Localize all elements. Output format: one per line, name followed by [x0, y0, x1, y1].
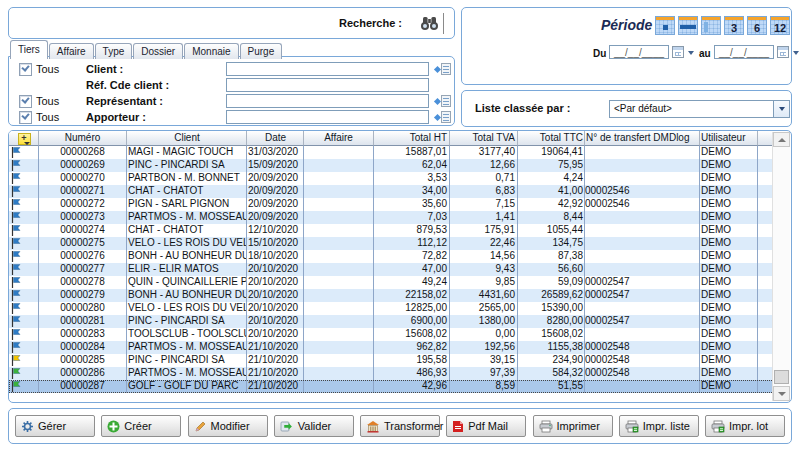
- row-flag-cell: [9, 146, 39, 159]
- ref-cde-client-input[interactable]: [226, 78, 429, 92]
- tous-client-label: Tous: [36, 63, 59, 75]
- building-icon: [366, 420, 380, 433]
- calendar-from-icon[interactable]: [672, 46, 684, 58]
- tab-dossier[interactable]: Dossier: [133, 43, 183, 59]
- date-from-input[interactable]: __/__/____: [609, 45, 669, 59]
- transformer-button[interactable]: Transformer: [360, 415, 440, 437]
- representant-picker-icon[interactable]: [435, 95, 452, 108]
- scroll-down-button[interactable]: [773, 386, 790, 401]
- table-row[interactable]: 00000273PARTMOS - M. MOSSEAU ET20/09/202…: [9, 211, 774, 224]
- sort-select[interactable]: <Par défaut>: [609, 100, 790, 118]
- table-row[interactable]: 00000281PINC - PINCARDI SA20/10/20206900…: [9, 315, 774, 328]
- table-row[interactable]: 00000284PARTMOS - M. MOSSEAU ET21/10/202…: [9, 341, 774, 354]
- col-transfert[interactable]: N° de transfert DMDlog: [585, 131, 700, 146]
- row-flag-cell: [9, 172, 39, 185]
- blue-flag-icon: [11, 342, 21, 353]
- client-input[interactable]: [226, 62, 429, 76]
- tous-client-checkbox[interactable]: [19, 63, 32, 76]
- row-flag-cell: [9, 276, 39, 289]
- col-numero[interactable]: Numéro: [39, 131, 127, 146]
- calendar-from-dropdown-icon[interactable]: [688, 51, 694, 55]
- period-3-months-button[interactable]: 3: [724, 16, 744, 35]
- validate-arrow-icon: [280, 420, 294, 433]
- blue-flag-icon: [11, 303, 21, 314]
- col-date[interactable]: Date: [247, 131, 304, 146]
- tous-representant-checkbox[interactable]: [19, 95, 32, 108]
- calendar-to-icon[interactable]: [777, 46, 789, 58]
- tous-apporteur-checkbox[interactable]: [19, 111, 32, 124]
- table-body: 00000268MAGI - MAGIC TOUCH31/03/20201588…: [9, 146, 774, 393]
- valider-button[interactable]: Valider: [274, 415, 354, 437]
- table-row[interactable]: 00000276BONH - AU BONHEUR DU B18/10/2020…: [9, 250, 774, 263]
- table-row[interactable]: 00000269PINC - PINCARDI SA15/09/202062,0…: [9, 159, 774, 172]
- calendar-to-dropdown-icon[interactable]: [793, 51, 799, 55]
- pdf-mail-button[interactable]: Pdf Mail: [446, 415, 526, 437]
- row-flag-cell: [9, 380, 39, 393]
- col-client[interactable]: Client: [127, 131, 247, 146]
- add-column-icon[interactable]: +: [18, 133, 31, 145]
- binoculars-icon[interactable]: [415, 13, 444, 34]
- documents-table: + Numéro Client Date Affaire Total HT To…: [8, 130, 792, 403]
- gerer-button[interactable]: Gérer: [15, 415, 95, 437]
- period-6-months-button[interactable]: 6: [747, 16, 767, 35]
- date-to-input[interactable]: __/__/____: [714, 45, 774, 59]
- creer-button[interactable]: Créer: [101, 415, 181, 437]
- tab-affaire[interactable]: Affaire: [49, 43, 94, 59]
- row-flag-cell: [9, 211, 39, 224]
- representant-label: Représentant :: [86, 95, 163, 107]
- table-row[interactable]: 00000268MAGI - MAGIC TOUCH31/03/20201588…: [9, 146, 774, 159]
- scrollbar-thumb[interactable]: [774, 370, 789, 384]
- table-row[interactable]: 00000286PARTMOS - M. MOSSEAU ET21/10/202…: [9, 367, 774, 380]
- blue-flag-icon: [11, 264, 21, 275]
- blue-flag-icon: [11, 238, 21, 249]
- table-row[interactable]: 00000283TOOLSCLUB - TOOLSCLUB20/10/20201…: [9, 328, 774, 341]
- period-month-button[interactable]: [701, 16, 721, 35]
- imprimer-button[interactable]: Imprimer: [533, 415, 613, 437]
- table-row[interactable]: 00000272PIGN - SARL PIGNON20/09/202035,6…: [9, 198, 774, 211]
- row-flag-cell: [9, 289, 39, 302]
- client-picker-icon[interactable]: [435, 63, 452, 76]
- scroll-up-button[interactable]: [773, 132, 790, 147]
- table-row[interactable]: 00000271CHAT - CHATOT20/09/202034,006,83…: [9, 185, 774, 198]
- period-12-months-button[interactable]: 12: [770, 16, 790, 35]
- table-row[interactable]: 00000280VELO - LES ROIS DU VELO20/10/202…: [9, 302, 774, 315]
- tab-monnaie[interactable]: Monnaie: [184, 43, 238, 59]
- pencil-icon: [194, 420, 207, 433]
- table-row[interactable]: 00000277ELIR - ELIR MATOS20/10/202047,00…: [9, 263, 774, 276]
- green-flag-icon: [11, 381, 21, 392]
- tab-purge[interactable]: Purge: [240, 43, 283, 59]
- impr-lot-button[interactable]: Impr. lot: [705, 415, 785, 437]
- table-row[interactable]: 00000278QUIN - QUINCAILLERIE PL20/10/202…: [9, 276, 774, 289]
- table-row[interactable]: 00000285PINC - PINCARDI SA21/10/2020195,…: [9, 354, 774, 367]
- col-total-ht[interactable]: Total HT: [374, 131, 450, 146]
- row-flag-cell: [9, 250, 39, 263]
- col-total-ttc[interactable]: Total TTC: [518, 131, 585, 146]
- col-utilisateur[interactable]: Utilisateur: [700, 131, 758, 146]
- col-total-tva[interactable]: Total TVA: [450, 131, 518, 146]
- blue-flag-icon: [11, 173, 21, 184]
- apporteur-picker-icon[interactable]: [435, 111, 452, 124]
- tous-apporteur-label: Tous: [36, 111, 59, 123]
- table-row[interactable]: 00000287GOLF - GOLF DU PARC21/10/202042,…: [9, 380, 774, 393]
- tab-type[interactable]: Type: [95, 43, 133, 59]
- tiers-filter-panel: Tous Client : Réf. Cde client : Tous Rep…: [8, 56, 455, 126]
- vertical-scrollbar[interactable]: [772, 132, 790, 401]
- modifier-button[interactable]: Modifier: [188, 415, 268, 437]
- table-row[interactable]: 00000275VELO - LES ROIS DU VELO15/10/202…: [9, 237, 774, 250]
- col-affaire[interactable]: Affaire: [304, 131, 374, 146]
- impr-liste-button[interactable]: Impr. liste: [619, 415, 699, 437]
- sort-selected-value: <Par défaut>: [610, 101, 789, 117]
- table-row[interactable]: 00000274CHAT - CHATOT12/10/2020879,53175…: [9, 224, 774, 237]
- representant-input[interactable]: [226, 94, 429, 108]
- period-week-button[interactable]: [678, 16, 698, 35]
- row-flag-cell: [9, 354, 39, 367]
- chevron-down-icon[interactable]: [773, 101, 789, 117]
- row-flag-cell: [9, 315, 39, 328]
- table-row[interactable]: 00000279BONH - AU BONHEUR DU B20/10/2020…: [9, 289, 774, 302]
- tab-tiers[interactable]: Tiers: [10, 40, 48, 59]
- apporteur-label: Apporteur :: [86, 111, 146, 123]
- table-row[interactable]: 00000270PARTBON - M. BONNET20/09/20203,5…: [9, 172, 774, 185]
- apporteur-input[interactable]: [226, 110, 429, 124]
- period-day-button[interactable]: [655, 16, 675, 35]
- add-column-header[interactable]: +: [9, 131, 39, 146]
